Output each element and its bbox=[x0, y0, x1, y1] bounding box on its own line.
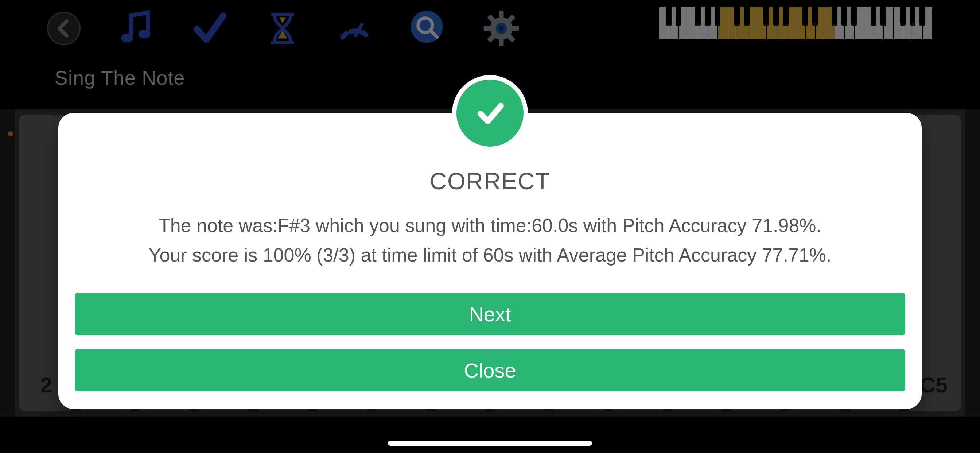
mini-black-key[interactable] bbox=[910, 6, 915, 26]
mini-black-key[interactable] bbox=[695, 6, 700, 26]
mini-black-key[interactable] bbox=[705, 6, 710, 26]
modal-line-2: Your score is 100% (3/3) at time limit o… bbox=[73, 240, 907, 270]
mini-black-key[interactable] bbox=[764, 6, 769, 26]
mini-black-key[interactable] bbox=[842, 6, 847, 26]
mini-black-key[interactable] bbox=[666, 6, 671, 26]
mini-black-key[interactable] bbox=[802, 6, 808, 26]
mini-black-key[interactable] bbox=[832, 6, 837, 26]
mini-black-key[interactable] bbox=[734, 6, 740, 26]
modal-line-1: The note was:F#3 which you sung with tim… bbox=[73, 211, 907, 240]
mini-black-key[interactable] bbox=[920, 6, 925, 26]
home-indicator bbox=[388, 440, 592, 446]
mini-black-key[interactable] bbox=[773, 6, 779, 26]
mini-black-key[interactable] bbox=[812, 6, 818, 26]
result-modal: CORRECT The note was:F#3 which you sung … bbox=[58, 113, 922, 409]
mini-black-key[interactable] bbox=[870, 6, 876, 26]
next-button[interactable]: Next bbox=[75, 293, 905, 335]
mini-black-key[interactable] bbox=[744, 6, 749, 26]
mini-black-key[interactable] bbox=[676, 6, 681, 26]
mini-black-key[interactable] bbox=[783, 6, 788, 26]
checkmark-icon bbox=[472, 94, 508, 132]
success-badge bbox=[452, 75, 528, 151]
mini-black-key[interactable] bbox=[880, 6, 886, 26]
mini-black-key[interactable] bbox=[900, 6, 905, 26]
modal-status-title: CORRECT bbox=[73, 168, 907, 195]
modal-body-text: The note was:F#3 which you sung with tim… bbox=[73, 211, 907, 270]
close-button[interactable]: Close bbox=[75, 349, 905, 391]
mini-black-key[interactable] bbox=[714, 6, 720, 26]
mini-black-key[interactable] bbox=[851, 6, 857, 26]
